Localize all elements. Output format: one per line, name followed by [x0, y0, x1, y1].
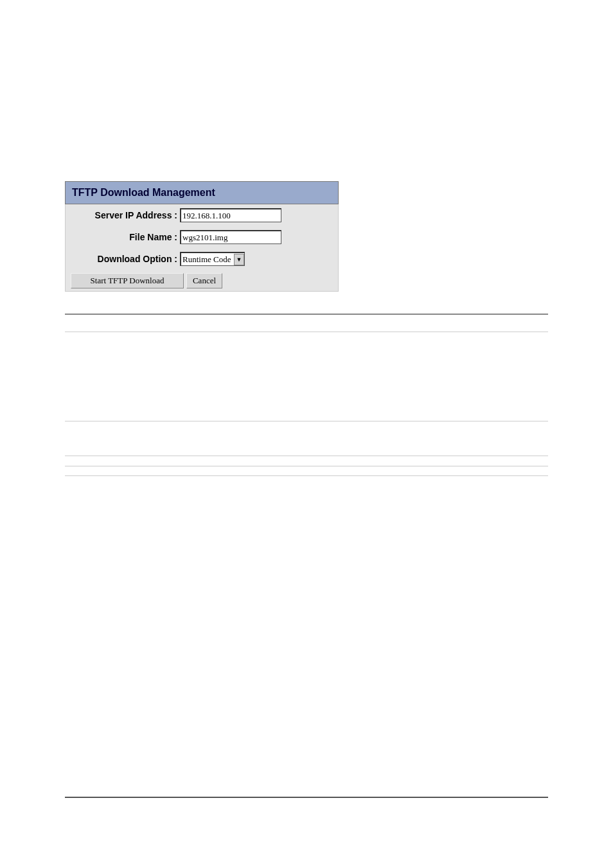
divider — [65, 475, 548, 476]
divider — [65, 421, 548, 421]
divider — [65, 797, 548, 798]
download-option-select[interactable]: Runtime Code ▼ — [180, 252, 245, 266]
download-option-label: Download Option : — [66, 254, 180, 264]
tftp-download-panel: TFTP Download Management Server IP Addre… — [65, 181, 339, 292]
file-name-row: File Name : — [65, 226, 339, 248]
server-ip-row: Server IP Address : — [65, 204, 339, 226]
divider — [65, 314, 548, 315]
panel-title: TFTP Download Management — [65, 181, 339, 204]
divider — [65, 466, 548, 466]
file-name-label: File Name : — [66, 232, 180, 242]
divider — [65, 456, 548, 456]
start-tftp-download-button[interactable]: Start TFTP Download — [71, 273, 184, 288]
file-name-input[interactable] — [180, 230, 281, 244]
download-option-row: Download Option : Runtime Code ▼ — [65, 248, 339, 270]
cancel-button[interactable]: Cancel — [186, 273, 222, 288]
server-ip-label: Server IP Address : — [66, 210, 180, 220]
download-option-value: Runtime Code — [182, 254, 231, 265]
divider — [65, 332, 548, 332]
button-row: Start TFTP Download Cancel — [65, 270, 339, 292]
server-ip-input[interactable] — [180, 208, 281, 222]
chevron-down-icon: ▼ — [234, 254, 244, 265]
